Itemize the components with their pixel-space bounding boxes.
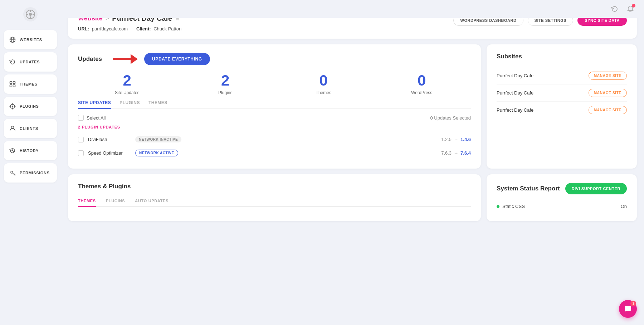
diviflash-name: DiviFlash bbox=[88, 137, 131, 142]
system-status-title: System Status Report bbox=[497, 185, 560, 192]
updates-selected-count: 0 Updates Selected bbox=[430, 115, 471, 121]
subsite-name-0: Purrfect Day Cafe bbox=[497, 73, 533, 78]
sidebar-item-websites[interactable]: Websites bbox=[4, 30, 57, 49]
diviflash-checkbox[interactable] bbox=[78, 137, 84, 142]
manage-site-button-0[interactable]: Manage Site bbox=[589, 72, 627, 80]
diviflash-version: 1.2.5 → 1.4.6 bbox=[441, 137, 471, 142]
themes-icon bbox=[9, 81, 16, 87]
stat-number-wp: 0 bbox=[373, 72, 471, 89]
tab-auto-updates[interactable]: Auto Updates bbox=[135, 196, 169, 207]
refresh-button[interactable] bbox=[610, 4, 620, 14]
system-status-header: System Status Report Divi Support Center bbox=[497, 183, 627, 194]
sidebar-item-label: Permissions bbox=[20, 171, 50, 175]
clients-icon bbox=[9, 125, 16, 132]
speedoptimizer-status-badge: Network Active bbox=[135, 150, 178, 156]
sidebar-item-clients[interactable]: Clients bbox=[4, 119, 57, 138]
sidebar-item-updates[interactable]: Updates bbox=[4, 52, 57, 72]
notification-badge bbox=[632, 4, 635, 8]
subsite-row-1: Purrfect Day Cafe Manage Site bbox=[497, 84, 627, 102]
svg-point-14 bbox=[12, 106, 13, 107]
static-css-value: On bbox=[621, 204, 627, 209]
sidebar-item-permissions[interactable]: Permissions bbox=[4, 163, 57, 183]
header-meta: URL: purrfdaycafe.com Client: Chuck Patt… bbox=[78, 26, 627, 31]
diviflash-version-to: 1.4.6 bbox=[460, 137, 471, 142]
topbar bbox=[61, 0, 644, 18]
client-label: Client: Chuck Patton bbox=[136, 26, 181, 31]
updates-header: Updates Update Everything bbox=[78, 53, 471, 65]
svg-rect-9 bbox=[10, 82, 12, 84]
stat-label-site: Site Updates bbox=[78, 90, 176, 95]
themes-plugins-title: Themes & Plugins bbox=[78, 183, 471, 190]
speedoptimizer-version-to: 7.6.4 bbox=[460, 150, 471, 156]
speedoptimizer-version-from: 7.6.3 bbox=[441, 150, 452, 156]
url-label: URL: purrfdaycafe.com bbox=[78, 26, 128, 31]
manage-site-button-1[interactable]: Manage Site bbox=[589, 89, 627, 97]
sidebar-item-themes[interactable]: Themes bbox=[4, 74, 57, 94]
subsite-name-2: Purrfect Day Cafe bbox=[497, 107, 533, 113]
chat-button[interactable]: 3 bbox=[619, 300, 637, 318]
tab-plugins[interactable]: Plugins bbox=[119, 97, 140, 109]
notification-button[interactable] bbox=[625, 4, 635, 14]
updates-tab-bar: Site Updates Plugins Themes bbox=[78, 97, 471, 109]
tab-themes[interactable]: Themes bbox=[148, 97, 167, 109]
tab-themes[interactable]: Themes bbox=[78, 196, 96, 207]
svg-line-21 bbox=[13, 151, 14, 152]
sidebar-item-label: History bbox=[20, 149, 39, 153]
plugin-updates-label: 2 Plugin Updates bbox=[78, 125, 471, 129]
sidebar-item-label: Clients bbox=[20, 126, 38, 131]
themes-plugins-card: Themes & Plugins Themes Plugins Auto Upd… bbox=[68, 174, 481, 221]
svg-rect-10 bbox=[13, 82, 15, 84]
websites-icon bbox=[9, 37, 16, 43]
version-arrow-2: → bbox=[454, 150, 458, 156]
status-row-static-css: Static CSS On bbox=[497, 200, 627, 213]
plugin-row-diviflash: DiviFlash Network Inactive 1.2.5 → 1.4.6 bbox=[78, 133, 471, 146]
sidebar-item-label: Plugins bbox=[20, 104, 39, 108]
stat-number-plugins: 2 bbox=[176, 72, 275, 89]
svg-rect-12 bbox=[13, 85, 15, 87]
stat-label-wp: WordPress bbox=[373, 90, 471, 95]
url-value: purrfdaycafe.com bbox=[92, 26, 128, 31]
stat-label-themes: Themes bbox=[274, 90, 373, 95]
speedoptimizer-version: 7.6.3 → 7.6.4 bbox=[441, 150, 471, 156]
stat-label-plugins: Plugins bbox=[176, 90, 275, 95]
content-grid: Updates Update Everything 2 Site Updates… bbox=[68, 44, 637, 169]
static-css-label: Static CSS bbox=[497, 204, 525, 209]
update-everything-button[interactable]: Update Everything bbox=[144, 53, 210, 65]
stats-row: 2 Site Updates 2 Plugins 0 Themes 0 Word… bbox=[78, 72, 471, 95]
plugins-icon bbox=[9, 103, 16, 110]
updates-icon bbox=[9, 59, 16, 65]
sidebar-item-plugins[interactable]: Plugins bbox=[4, 97, 57, 116]
tab-plugins-bottom[interactable]: Plugins bbox=[106, 196, 125, 207]
sidebar-item-label: Updates bbox=[20, 60, 40, 64]
stat-site-updates: 2 Site Updates bbox=[78, 72, 176, 95]
system-status-card: System Status Report Divi Support Center… bbox=[487, 174, 637, 221]
history-icon bbox=[9, 147, 16, 154]
select-all-checkbox[interactable] bbox=[78, 115, 84, 121]
stat-number-themes: 0 bbox=[274, 72, 373, 89]
subsite-row-0: Purrfect Day Cafe Manage Site bbox=[497, 67, 627, 84]
updates-title: Updates bbox=[78, 55, 102, 63]
svg-point-1 bbox=[29, 13, 32, 16]
stat-plugins: 2 Plugins bbox=[176, 72, 275, 95]
sidebar: Websites Updates Themes bbox=[0, 0, 61, 325]
sidebar-item-history[interactable]: History bbox=[4, 141, 57, 160]
sidebar-item-label: Websites bbox=[20, 38, 42, 42]
svg-rect-11 bbox=[10, 85, 12, 87]
select-all-label: Select All bbox=[78, 115, 106, 121]
stat-themes: 0 Themes bbox=[274, 72, 373, 95]
subsites-title: Subsites bbox=[497, 53, 627, 60]
speedoptimizer-name: Speed Optimizer bbox=[88, 150, 131, 156]
sidebar-logo bbox=[23, 7, 38, 21]
diviflash-version-from: 1.2.5 bbox=[441, 137, 452, 142]
subsite-name-1: Purrfect Day Cafe bbox=[497, 90, 533, 96]
speedoptimizer-checkbox[interactable] bbox=[78, 150, 84, 156]
status-dot-green bbox=[497, 205, 499, 208]
subsite-row-2: Purrfect Day Cafe Manage Site bbox=[497, 102, 627, 118]
subsites-card: Subsites Purrfect Day Cafe Manage Site P… bbox=[487, 44, 637, 169]
divi-support-center-button[interactable]: Divi Support Center bbox=[565, 183, 627, 194]
manage-site-button-2[interactable]: Manage Site bbox=[589, 106, 627, 114]
themes-plugins-tabs: Themes Plugins Auto Updates bbox=[78, 196, 471, 207]
static-css-name: Static CSS bbox=[502, 204, 525, 209]
sidebar-item-label: Themes bbox=[20, 82, 38, 86]
tab-site-updates[interactable]: Site Updates bbox=[78, 97, 111, 109]
